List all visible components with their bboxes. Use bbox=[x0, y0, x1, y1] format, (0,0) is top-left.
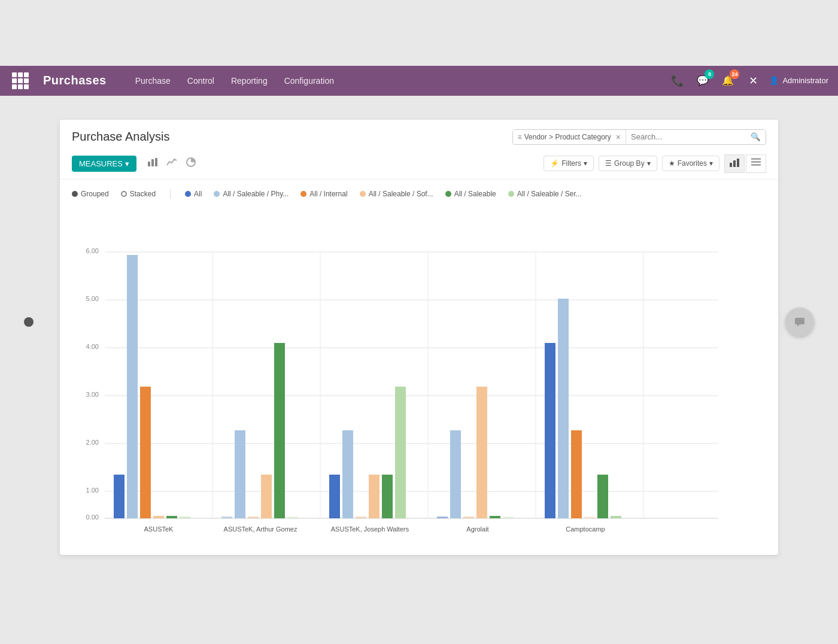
pie-chart-icon-btn[interactable] bbox=[183, 154, 199, 172]
legend-all-phy-label: All / Saleable / Phy... bbox=[223, 190, 289, 198]
search-button[interactable]: 🔍 bbox=[746, 130, 766, 144]
legend-all-ser[interactable]: All / Saleable / Ser... bbox=[508, 190, 582, 198]
legend-all-saleable-label: All / Saleable bbox=[454, 190, 496, 198]
nav-reporting[interactable]: Reporting bbox=[224, 72, 275, 89]
svg-text:2.00: 2.00 bbox=[86, 439, 99, 446]
svg-rect-40 bbox=[274, 343, 285, 518]
filters-button[interactable]: ⚡ Filters ▾ bbox=[544, 156, 594, 171]
legend-all-ser-dot bbox=[508, 191, 514, 197]
bar-group-camptocamp: Camptocamp bbox=[545, 299, 621, 533]
legend-all-dot bbox=[185, 191, 191, 197]
measures-label: MEASURES bbox=[79, 159, 123, 168]
svg-rect-59 bbox=[571, 430, 582, 518]
toolbar-right: ⚡ Filters ▾ ☰ Group By ▾ ★ Favorites ▾ bbox=[544, 154, 766, 173]
table-view-toggle[interactable] bbox=[746, 154, 766, 173]
groupby-label: Group By bbox=[614, 159, 645, 168]
filter-tag: ≡ Vendor > Product Category × bbox=[513, 130, 626, 144]
filter-tag-remove[interactable]: × bbox=[616, 132, 621, 142]
grid-icon bbox=[12, 72, 29, 89]
main-panel: Purchase Analysis ≡ Vendor > Product Cat… bbox=[60, 108, 778, 567]
nav-control[interactable]: Control bbox=[180, 72, 221, 89]
favorites-label: Favorites bbox=[678, 159, 707, 168]
svg-rect-29 bbox=[114, 475, 125, 518]
svg-rect-58 bbox=[558, 299, 569, 518]
legend-all-saleable[interactable]: All / Saleable bbox=[445, 190, 496, 198]
legend-stacked-ring bbox=[121, 191, 127, 197]
page-header: Purchase Analysis ≡ Vendor > Product Cat… bbox=[60, 120, 778, 151]
page-title: Purchase Analysis bbox=[72, 130, 169, 144]
svg-rect-38 bbox=[248, 517, 259, 518]
legend-grouped-dot bbox=[72, 191, 78, 197]
svg-rect-4 bbox=[730, 163, 732, 167]
bar-chart-icon-btn[interactable] bbox=[145, 154, 160, 172]
legend-stacked-label: Stacked bbox=[130, 190, 156, 198]
line-chart-icon bbox=[166, 157, 177, 168]
legend-all-internal[interactable]: All / Internal bbox=[300, 190, 347, 198]
svg-text:1.00: 1.00 bbox=[86, 487, 99, 494]
legend-all-sof-dot bbox=[360, 191, 366, 197]
activity-icon-btn[interactable]: 🔔 24 bbox=[719, 72, 737, 90]
svg-text:ASUSTeK: ASUSTeK bbox=[144, 525, 174, 533]
main-content-card: Purchase Analysis ≡ Vendor > Product Cat… bbox=[60, 120, 778, 555]
close-icon-btn[interactable]: ✕ bbox=[744, 72, 762, 90]
svg-rect-0 bbox=[148, 162, 150, 166]
svg-rect-52 bbox=[463, 517, 474, 518]
search-input[interactable] bbox=[626, 130, 746, 144]
svg-rect-55 bbox=[503, 517, 514, 518]
legend-all-ser-label: All / Saleable / Ser... bbox=[517, 190, 582, 198]
floating-right-button[interactable] bbox=[785, 308, 814, 336]
legend-stacked[interactable]: Stacked bbox=[121, 190, 156, 198]
svg-text:ASUSTeK, Joseph Walters: ASUSTeK, Joseph Walters bbox=[331, 525, 409, 533]
floating-left-dot[interactable] bbox=[24, 317, 34, 327]
svg-rect-9 bbox=[751, 164, 761, 166]
search-area: ≡ Vendor > Product Category × 🔍 bbox=[512, 129, 766, 145]
svg-rect-43 bbox=[329, 475, 340, 518]
filter-icon: ⚡ bbox=[550, 159, 559, 168]
legend-grouped[interactable]: Grouped bbox=[72, 190, 109, 198]
chat-icon bbox=[794, 316, 806, 328]
svg-rect-62 bbox=[611, 516, 621, 518]
legend-all-sof[interactable]: All / Saleable / Sof... bbox=[360, 190, 433, 198]
toolbar: MEASURES ▾ ⚡ bbox=[60, 151, 778, 180]
user-menu[interactable]: 👤 Administrator bbox=[769, 76, 828, 85]
svg-rect-61 bbox=[597, 475, 608, 518]
phone-icon-btn[interactable]: 📞 bbox=[669, 72, 687, 90]
bar-group-asustek: ASUSTeK bbox=[114, 255, 190, 533]
activity-badge: 24 bbox=[730, 69, 739, 79]
user-icon: 👤 bbox=[769, 76, 779, 85]
svg-text:4.00: 4.00 bbox=[86, 343, 99, 350]
svg-text:0.00: 0.00 bbox=[86, 514, 99, 521]
svg-rect-34 bbox=[180, 517, 190, 518]
top-navbar: Purchases Purchase Control Reporting Con… bbox=[0, 66, 838, 96]
app-title: Purchases bbox=[43, 74, 107, 87]
legend-all-phy-dot bbox=[214, 191, 220, 197]
bar-group-asustek-joseph: ASUSTeK, Joseph Walters bbox=[329, 387, 409, 533]
measures-button[interactable]: MEASURES ▾ bbox=[72, 156, 136, 172]
svg-rect-2 bbox=[155, 158, 157, 166]
legend-all-saleable-dot bbox=[445, 191, 451, 197]
close-icon: ✕ bbox=[749, 74, 758, 87]
nav-purchase[interactable]: Purchase bbox=[128, 72, 178, 89]
groupby-button[interactable]: ☰ Group By ▾ bbox=[599, 156, 657, 171]
svg-rect-6 bbox=[737, 159, 739, 167]
messages-icon-btn[interactable]: 💬 8 bbox=[694, 72, 712, 90]
legend-all[interactable]: All bbox=[185, 190, 202, 198]
app-grid-menu[interactable] bbox=[10, 70, 31, 92]
filters-label: Filters bbox=[561, 159, 581, 168]
svg-rect-30 bbox=[127, 255, 138, 518]
svg-rect-46 bbox=[369, 475, 379, 518]
favorites-button[interactable]: ★ Favorites ▾ bbox=[662, 156, 719, 171]
legend-all-internal-dot bbox=[300, 191, 306, 197]
line-chart-icon-btn[interactable] bbox=[164, 154, 180, 172]
nav-configuration[interactable]: Configuration bbox=[277, 72, 341, 89]
legend-all-phy[interactable]: All / Saleable / Phy... bbox=[214, 190, 289, 198]
svg-rect-60 bbox=[584, 517, 595, 518]
chart-view-toggle[interactable] bbox=[724, 154, 745, 173]
filter-tag-icon: ≡ bbox=[518, 133, 522, 141]
chart-legend: Grouped Stacked All All / Saleable / Phy… bbox=[72, 189, 766, 199]
svg-rect-53 bbox=[476, 387, 487, 518]
svg-text:6.00: 6.00 bbox=[86, 247, 99, 254]
svg-rect-57 bbox=[545, 343, 555, 518]
svg-rect-1 bbox=[151, 159, 154, 166]
svg-rect-45 bbox=[356, 517, 366, 518]
